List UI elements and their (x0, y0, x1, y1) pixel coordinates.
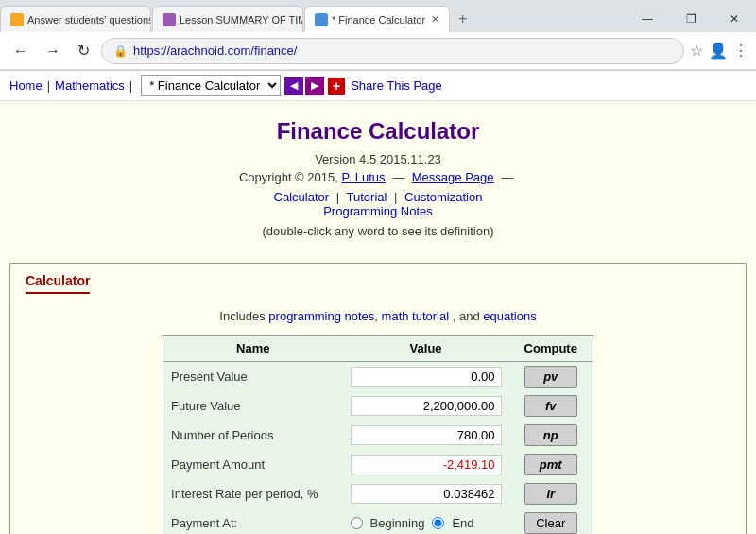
includes-text: Includes programming notes, math tutoria… (26, 309, 730, 323)
sub-nav-customization[interactable]: Customization (404, 190, 482, 204)
pmt-input[interactable] (351, 455, 502, 474)
ir-button[interactable]: ir (524, 483, 577, 505)
row-fv-value-cell (343, 391, 509, 421)
sub-nav-programming[interactable]: Programming Notes (323, 204, 433, 218)
pmt-button[interactable]: pmt (524, 454, 577, 475)
maximize-button[interactable]: ❐ (669, 6, 713, 32)
menu-icon[interactable]: ⋮ (733, 42, 748, 60)
col-header-compute: Compute (509, 336, 593, 362)
add-icon[interactable]: + (328, 78, 345, 95)
new-tab-button[interactable]: + (451, 6, 474, 32)
table-row: Future Value fv (163, 391, 593, 421)
np-input[interactable] (351, 425, 502, 445)
np-button[interactable]: np (524, 424, 577, 446)
row-np-label: Number of Periods (163, 421, 343, 450)
lock-icon: 🔒 (113, 44, 128, 58)
table-row: Payment Amount pmt (163, 450, 593, 479)
author-link[interactable]: P. Lutus (341, 170, 385, 184)
table-row: Present Value pv (163, 362, 593, 392)
minimize-button[interactable]: — (626, 6, 669, 32)
dblclick-note: (double-click any word to see its defini… (19, 224, 737, 238)
table-row: Number of Periods np (163, 421, 593, 450)
row-fv-label: Future Value (163, 391, 343, 421)
tab-3-close[interactable]: ✕ (431, 13, 439, 26)
calc-table: Name Value Compute Present Value pv (163, 335, 593, 534)
col-header-value: Value (343, 336, 509, 362)
tab-favicon-2 (163, 13, 176, 26)
copyright-text: Copyright © 2015, P. Lutus — Message Pag… (19, 170, 737, 184)
row-np-value-cell (343, 421, 509, 450)
site-nav: Home | Mathematics | * Finance Calculato… (0, 71, 756, 101)
row-pv-label: Present Value (163, 362, 343, 392)
end-radio[interactable] (432, 517, 444, 529)
tab-1-label: Answer students' questions and ... (27, 14, 151, 26)
sub-nav-tutorial[interactable]: Tutorial (347, 190, 387, 204)
row-ir-label: Interest Rate per period, % (163, 479, 343, 508)
version-text: Version 4.5 2015.11.23 (19, 152, 737, 166)
nav-bar: ← → ↻ 🔒 https://arachnoid.com/finance/ ☆… (0, 32, 756, 70)
section-title: Calculator (26, 273, 90, 294)
row-pv-compute: pv (509, 362, 593, 392)
url-bar[interactable]: 🔒 https://arachnoid.com/finance/ (101, 38, 684, 64)
calculator-section: Calculator Includes programming notes, m… (9, 263, 747, 534)
beginning-label: Beginning (370, 516, 425, 530)
fv-input[interactable] (351, 396, 502, 416)
mathematics-link[interactable]: Mathematics (55, 78, 125, 93)
account-icon[interactable]: 👤 (709, 42, 728, 60)
beginning-radio[interactable] (351, 517, 363, 529)
row-pmt-compute: pmt (509, 450, 593, 479)
row-ir-compute: ir (509, 479, 593, 508)
next-page-button[interactable]: ▶ (305, 77, 324, 95)
refresh-button[interactable]: ↻ (72, 40, 95, 61)
equations-link[interactable]: equations (483, 309, 536, 323)
prev-page-button[interactable]: ◀ (284, 77, 303, 95)
ir-input[interactable] (351, 484, 502, 504)
forward-button[interactable]: → (40, 41, 66, 61)
message-link[interactable]: Message Page (412, 170, 494, 184)
tab-favicon-3 (315, 13, 328, 26)
row-pmt-value-cell (343, 450, 509, 479)
row-ir-value-cell (343, 479, 509, 508)
pv-button[interactable]: pv (524, 366, 577, 388)
nav-arrows: ◀ ▶ (284, 77, 324, 95)
end-label: End (452, 516, 473, 530)
share-link[interactable]: Share This Page (351, 78, 442, 93)
payment-at-clear: Clear (509, 508, 593, 534)
col-header-name: Name (163, 336, 343, 362)
bookmark-icon[interactable]: ☆ (690, 42, 703, 60)
pv-input[interactable] (351, 367, 502, 387)
payment-at-options: Beginning End (343, 508, 509, 534)
programming-notes-link[interactable]: programming notes (268, 309, 374, 323)
sub-nav: Calculator | Tutorial | Customization Pr… (19, 190, 737, 218)
fv-button[interactable]: fv (524, 395, 577, 417)
tab-1[interactable]: Answer students' questions and ... ✕ (0, 6, 151, 32)
calc-table-wrap: Name Value Compute Present Value pv (26, 335, 730, 534)
url-text: https://arachnoid.com/finance/ (133, 43, 672, 58)
page: Home | Mathematics | * Finance Calculato… (0, 71, 756, 534)
close-button[interactable]: ✕ (713, 6, 756, 32)
row-pmt-label: Payment Amount (163, 450, 343, 479)
clear-button[interactable]: Clear (524, 512, 577, 534)
payment-at-radio-group: Beginning End (351, 516, 502, 530)
row-fv-compute: fv (509, 391, 593, 421)
back-button[interactable]: ← (8, 41, 34, 61)
math-tutorial-link[interactable]: math tutorial (382, 309, 450, 323)
tab-favicon-1 (10, 13, 24, 26)
row-pv-value-cell (343, 362, 509, 392)
tab-3[interactable]: * Finance Calculator ✕ (304, 6, 450, 32)
table-row: Interest Rate per period, % ir (163, 479, 593, 508)
tab-2[interactable]: Lesson SUMMARY OF TIME VALU... ✕ (152, 6, 303, 32)
payment-at-label: Payment At: (163, 508, 343, 534)
page-select-wrap: * Finance Calculator (141, 75, 281, 96)
main-content: Finance Calculator Version 4.5 2015.11.2… (0, 101, 756, 253)
home-link[interactable]: Home (9, 78, 43, 93)
payment-at-row: Payment At: Beginning End Clear (163, 508, 593, 534)
sub-nav-calculator[interactable]: Calculator (274, 190, 330, 204)
page-title: Finance Calculator (19, 118, 737, 145)
tab-3-label: * Finance Calculator (332, 14, 425, 26)
row-np-compute: np (509, 421, 593, 450)
page-select[interactable]: * Finance Calculator (141, 75, 281, 96)
tab-2-label: Lesson SUMMARY OF TIME VALU... (180, 14, 303, 26)
